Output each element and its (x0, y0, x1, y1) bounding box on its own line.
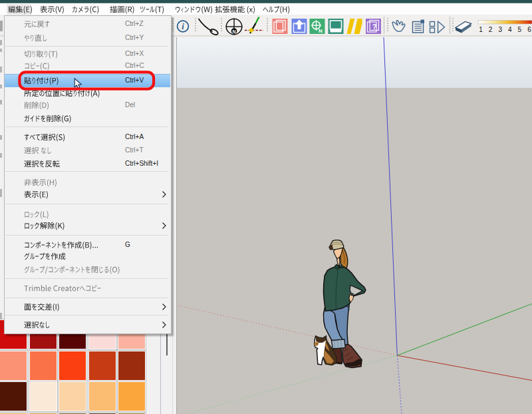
svg-text:4: 4 (508, 26, 512, 33)
svg-text:i: i (182, 22, 184, 31)
svg-text:6: 6 (527, 26, 531, 33)
svg-text:2: 2 (489, 26, 493, 33)
svg-text:3: 3 (498, 26, 502, 33)
svg-text:5: 5 (518, 26, 522, 33)
svg-text:1: 1 (479, 26, 483, 33)
svg-text:N: N (319, 28, 323, 34)
svg-text:N: N (232, 29, 235, 34)
svg-text:?: ? (372, 23, 377, 31)
